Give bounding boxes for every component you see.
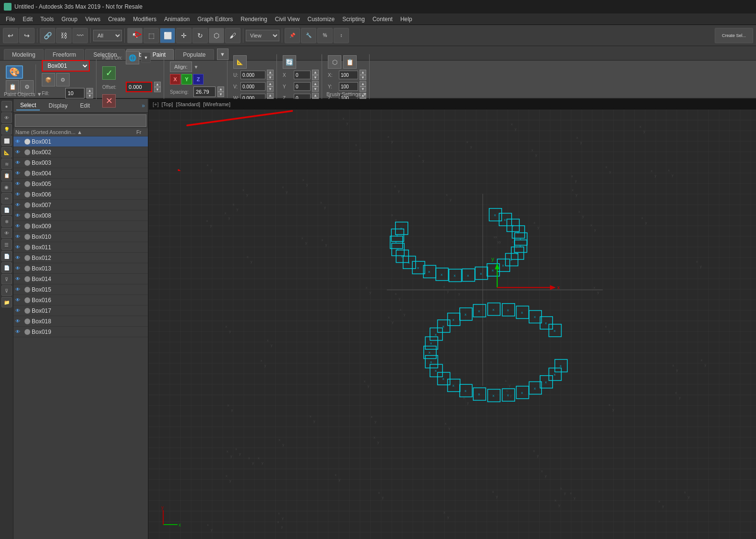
add-object-btn[interactable]: 📦 [42, 73, 55, 86]
spacing-down[interactable]: ▼ [217, 92, 224, 97]
side-icon-6[interactable]: 📋 [1, 170, 12, 181]
scene-item[interactable]: 👁 Box007 [13, 200, 148, 210]
snap-btn[interactable]: 📌 [285, 28, 300, 43]
copy-icon[interactable]: 📋 [343, 55, 357, 69]
z-axis-btn[interactable]: Z [193, 74, 204, 85]
side-icon-4[interactable]: 📐 [1, 147, 12, 158]
v-input[interactable] [240, 82, 265, 91]
fill-up[interactable]: ▲ [86, 88, 93, 93]
link-btn[interactable]: 🔗 [40, 28, 55, 43]
paint-objects-label[interactable]: Paint Objects ▼ [4, 91, 42, 97]
side-icon-14[interactable]: 📄 [1, 262, 12, 273]
scene-item[interactable]: 👁 Box014 [13, 274, 148, 284]
menu-item-civil view[interactable]: Civil View [271, 15, 304, 24]
cancel-btn[interactable]: ✕ [102, 94, 116, 108]
filter-dropdown[interactable]: All [93, 30, 122, 41]
eye-icon[interactable]: 👁 [15, 149, 23, 155]
eye-icon[interactable]: 👁 [15, 223, 23, 229]
menu-item-tools[interactable]: Tools [36, 15, 58, 24]
create-sel-btn[interactable]: Create Sel... [715, 28, 753, 43]
spacing-up[interactable]: ▲ [217, 86, 224, 92]
side-icon-17[interactable]: 📁 [1, 297, 12, 307]
side-icon-11[interactable]: 👁 [1, 228, 12, 238]
align-btn[interactable]: Align: [170, 61, 192, 72]
menu-item-customize[interactable]: Customize [304, 15, 339, 24]
menu-item-modifiers[interactable]: Modifiers [129, 15, 160, 24]
eye-icon[interactable]: 👁 [15, 255, 23, 260]
fill-spinners[interactable]: ▲ ▼ [86, 88, 93, 98]
unlink-btn[interactable]: ⛓ [56, 28, 72, 43]
scene-item[interactable]: 👁 Box003 [13, 158, 148, 168]
paint-on-dropdown[interactable]: ▼ [141, 52, 151, 63]
scene-item[interactable]: 👁 Box013 [13, 263, 148, 274]
display-tab[interactable]: Display [45, 101, 71, 110]
rx-spinners[interactable]: ▲ ▼ [312, 70, 319, 80]
undo-btn[interactable]: ↩ [3, 28, 18, 43]
fill-down[interactable]: ▼ [86, 93, 93, 98]
scene-item[interactable]: 👁 Box016 [13, 295, 148, 306]
eye-icon[interactable]: 👁 [15, 308, 23, 313]
spacing-input[interactable] [193, 86, 216, 97]
confirm-btn[interactable]: ✓ [102, 66, 116, 80]
select-btn[interactable]: ↖ ▷ [127, 28, 143, 43]
populate-extra[interactable]: ▼ [217, 49, 228, 60]
tab-modeling[interactable]: Modeling [4, 49, 44, 60]
paint-btn[interactable]: 🖌 [225, 28, 240, 43]
angle-snap-btn[interactable]: 🔧 [301, 28, 316, 43]
side-icon-15[interactable]: ⊽ [1, 274, 12, 284]
side-icon-1[interactable]: 👁 [1, 112, 12, 123]
move-btn[interactable]: ✛ [176, 28, 192, 43]
select-tab[interactable]: Select [16, 101, 40, 110]
side-icon-2[interactable]: 💡 [1, 124, 12, 135]
paint-on-btn[interactable]: 🌐 [126, 51, 139, 64]
scene-item[interactable]: 👁 Box005 [13, 179, 148, 189]
scene-item[interactable]: 👁 Box017 [13, 306, 148, 316]
menu-item-edit[interactable]: Edit [19, 15, 36, 24]
region-type-btn[interactable]: ⬜ [160, 28, 175, 43]
side-icon-16[interactable]: ⊽ [1, 285, 12, 296]
eye-icon[interactable]: 👁 [15, 160, 23, 165]
side-icon-8[interactable]: ✏ [1, 193, 12, 204]
select-region-btn[interactable]: ⬚ [144, 28, 159, 43]
scene-item[interactable]: 👁 Box002 [13, 147, 148, 158]
spinner-snap-btn[interactable]: ↕ [334, 28, 349, 43]
offset-input[interactable] [126, 82, 152, 92]
scene-item[interactable]: 👁 Box001 [13, 136, 148, 147]
sy-input[interactable] [339, 82, 358, 91]
eye-icon[interactable]: 👁 [15, 139, 23, 144]
edit-tab[interactable]: Edit [76, 101, 94, 110]
rotation-icon[interactable]: 🔄 [283, 55, 296, 69]
eye-icon[interactable]: 👁 [15, 297, 23, 303]
offset-down[interactable]: ▼ [154, 87, 161, 92]
menu-item-group[interactable]: Group [58, 15, 81, 24]
ry-spinners[interactable]: ▲ ▼ [312, 81, 319, 92]
eye-icon[interactable]: 👁 [15, 234, 23, 239]
uvw-icon[interactable]: 📐 [233, 55, 247, 69]
v-spinners[interactable]: ▲ ▼ [267, 81, 274, 92]
eye-icon[interactable]: 👁 [15, 202, 23, 208]
scene-item[interactable]: 👁 Box009 [13, 221, 148, 232]
menu-item-rendering[interactable]: Rendering [237, 15, 271, 24]
side-icon-0[interactable]: ● [1, 101, 12, 111]
offset-up[interactable]: ▲ [154, 82, 161, 87]
object-name-dropdown[interactable]: Box001 [42, 60, 90, 72]
redo-btn[interactable]: ↪ [19, 28, 35, 43]
eye-icon[interactable]: 👁 [15, 181, 23, 186]
eye-icon[interactable]: 👁 [15, 329, 23, 334]
scene-item[interactable]: 👁 Box008 [13, 210, 148, 221]
eye-icon[interactable]: 👁 [15, 287, 23, 292]
menu-item-views[interactable]: Views [81, 15, 104, 24]
spacing-spinners[interactable]: ▲ ▼ [217, 86, 224, 97]
eye-icon[interactable]: 👁 [15, 276, 23, 282]
menu-item-scripting[interactable]: Scripting [338, 15, 369, 24]
side-icon-13[interactable]: 📄 [1, 251, 12, 261]
tab-populate[interactable]: Populate [175, 49, 214, 60]
u-spinners[interactable]: ▲ ▼ [267, 70, 274, 80]
percent-snap-btn[interactable]: % [317, 28, 333, 43]
side-icon-9[interactable]: 📄 [1, 205, 12, 215]
scene-item[interactable]: 👁 Box012 [13, 253, 148, 263]
scene-item[interactable]: 👁 Box011 [13, 242, 148, 253]
offset-spinners[interactable]: ▲ ▼ [154, 82, 161, 92]
paint-brush-btn[interactable]: 🎨 [6, 65, 23, 79]
eye-icon[interactable]: 👁 [15, 266, 23, 271]
